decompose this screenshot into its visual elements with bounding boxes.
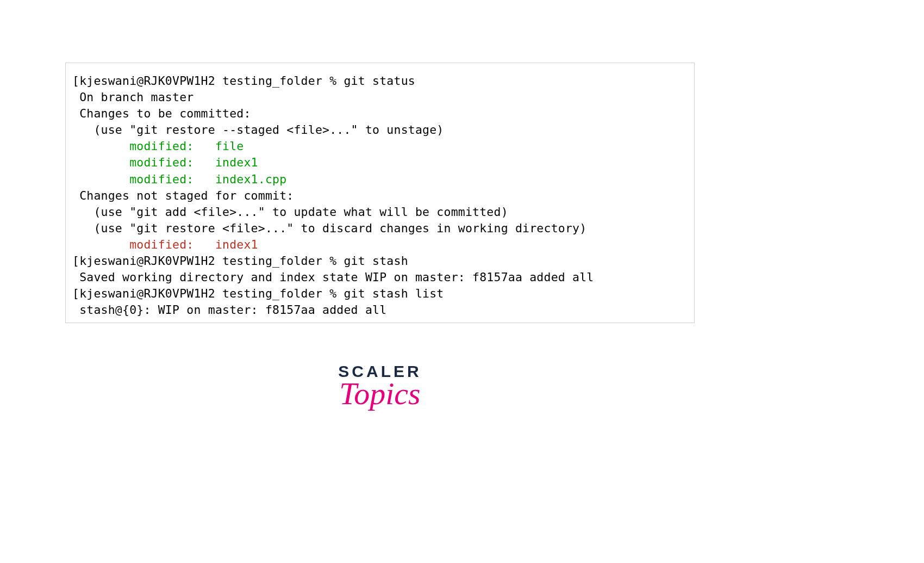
staged-file: modified: index1.cpp bbox=[72, 171, 688, 188]
notstaged-header: Changes not staged for commit: bbox=[72, 188, 688, 204]
logo-text-topics: Topics bbox=[65, 375, 695, 412]
scaler-logo: SCALER Topics bbox=[65, 362, 695, 412]
staged-file: modified: file bbox=[72, 138, 688, 154]
prompt-line: [kjeswani@RJK0VPW1H2 testing_folder % gi… bbox=[72, 73, 688, 89]
terminal-output: [kjeswani@RJK0VPW1H2 testing_folder % gi… bbox=[65, 63, 695, 323]
changes-header: Changes to be committed: bbox=[72, 106, 688, 122]
add-hint: (use "git add <file>..." to update what … bbox=[72, 204, 688, 220]
unstaged-file: modified: index1 bbox=[72, 237, 688, 253]
restore-hint: (use "git restore <file>..." to discard … bbox=[72, 220, 688, 237]
stash-list-line: stash@{0}: WIP on master: f8157aa added … bbox=[72, 302, 688, 318]
unstage-hint: (use "git restore --staged <file>..." to… bbox=[72, 122, 688, 138]
stash-saved-line: Saved working directory and index state … bbox=[72, 269, 688, 286]
prompt-line: [kjeswani@RJK0VPW1H2 testing_folder % gi… bbox=[72, 286, 688, 302]
branch-line: On branch master bbox=[72, 89, 688, 106]
prompt-line: [kjeswani@RJK0VPW1H2 testing_folder % gi… bbox=[72, 253, 688, 269]
staged-file: modified: index1 bbox=[72, 154, 688, 171]
